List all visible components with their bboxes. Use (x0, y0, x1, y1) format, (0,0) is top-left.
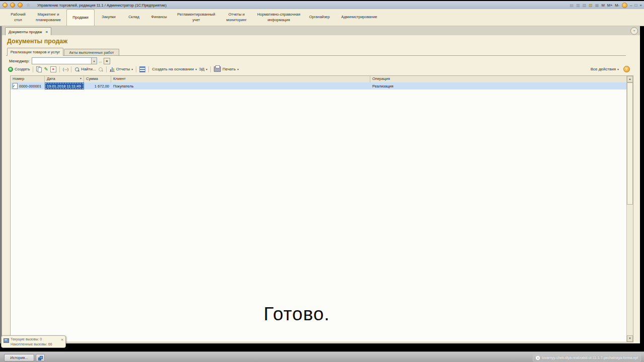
window-panel-icon[interactable]: ▦ (595, 3, 599, 8)
document-tab-label: Документы продаж (9, 30, 42, 34)
tab-goods-services-sales[interactable]: Реализации товаров и услуг (7, 48, 63, 56)
copy-icon[interactable] (36, 66, 42, 72)
page-title: Документы продаж (7, 38, 67, 45)
links-icon[interactable]: ▧ (583, 3, 587, 8)
memory-m-button[interactable]: M (601, 3, 604, 8)
reports-button[interactable]: Отчеты ▾ (110, 66, 133, 72)
section-tab-sales[interactable]: Продажи (66, 9, 95, 26)
calculator-icon[interactable]: ▥ (576, 3, 580, 8)
statusbar-file-item[interactable]: i tovarnyy-chek-dlya-realizatsii-ut-11-1… (533, 354, 641, 361)
column-header-sum[interactable]: Сумма (84, 76, 111, 82)
close-tab-icon[interactable]: × (46, 30, 48, 34)
window-right-edge (640, 26, 644, 351)
list-toolbar: + Создать ✎ × (↔) Найти... Отчеты ▾ (8, 65, 634, 73)
window-titlebar: 1С – ☆ Управление торговлей, редакция 11… (0, 1, 644, 10)
close-icon[interactable]: × (61, 337, 63, 343)
manager-select-button[interactable]: ... (99, 59, 102, 63)
cancel-search-icon[interactable] (98, 67, 103, 72)
section-ribbon: Рабочий стол Маркетинг и планирование Пр… (0, 9, 644, 26)
manager-filter-input[interactable]: ▾ (32, 57, 97, 64)
related-documents-icon[interactable] (139, 66, 145, 72)
table-row[interactable]: 0000-000001 19.01.2018 11:11:49 1 672,00… (11, 82, 626, 89)
section-tab-purchases[interactable]: Закупки (96, 9, 121, 26)
maximize-button[interactable]: □ (634, 3, 637, 8)
cell-date-selected[interactable]: 19.01.2018 11:11:49 (45, 82, 84, 89)
scroll-up-icon[interactable]: ▲ (627, 76, 633, 82)
section-tab-organizer[interactable]: Органайзер (305, 9, 334, 26)
section-tab-reports-monitoring[interactable]: Отчеты и мониторинг (221, 9, 252, 26)
document-tab-sales-documents[interactable]: Документы продаж × (5, 27, 51, 36)
app-menu-button[interactable]: 1С (3, 3, 8, 8)
create-button[interactable]: + Создать (8, 67, 30, 72)
calendar-icon[interactable]: ▤ (570, 3, 574, 8)
delete-icon[interactable]: × (50, 66, 56, 72)
section-tab-reference-info[interactable]: Нормативно-справочная информация (254, 9, 304, 26)
cell-sum[interactable]: 1 672,00 (84, 82, 111, 89)
cell-number[interactable]: 0000-000001 (11, 82, 45, 89)
section-tab-marketing[interactable]: Маркетинг и планирование (32, 9, 65, 26)
window-title: Управление торговлей, редакция 11.1 / Ад… (37, 3, 167, 8)
scroll-down-icon[interactable]: ▼ (627, 335, 633, 342)
documents-grid: Номер Дата ▼ Сумма Клиент Операция 0000-… (10, 75, 633, 342)
section-tab-regulated-accounting[interactable]: Регламентированный учет (173, 9, 219, 26)
close-button[interactable]: × (639, 3, 642, 8)
posted-document-icon (13, 83, 18, 89)
about-icon[interactable]: i (622, 3, 627, 8)
letterbox-band (0, 343, 644, 351)
bar-chart-icon (110, 66, 115, 72)
memory-mminus-button[interactable]: M- (615, 3, 619, 8)
section-tab-warehouse[interactable]: Склад (123, 9, 145, 26)
screen: 1С – ☆ Управление торговлей, редакция 11… (0, 0, 644, 362)
create-based-on-button[interactable]: Создать на основании ▾ (152, 67, 197, 71)
chevron-down-icon: ▾ (195, 67, 197, 71)
chevron-down-icon: ▾ (206, 67, 207, 71)
favorites-star-icon[interactable]: ☆ (26, 3, 30, 8)
history-button[interactable]: История... (4, 354, 34, 361)
chevron-down-icon[interactable]: ▾ (91, 58, 97, 64)
video-caption: Готово. (264, 304, 330, 325)
find-button[interactable]: Найти... (74, 67, 96, 72)
cubes-icon (38, 356, 42, 360)
document-tab-strip: Документы продаж × ⌄ (0, 26, 644, 36)
column-header-operation[interactable]: Операция (370, 76, 626, 82)
tab-completed-work-acts[interactable]: Акты выполненных работ (64, 49, 119, 56)
help-icon[interactable]: ? (623, 66, 630, 72)
vertical-scrollbar[interactable]: ▲ ▼ (626, 76, 633, 342)
cell-operation[interactable]: Реализация (370, 82, 626, 89)
file-name-label: tovarnyy-chek-dlya-realizatsii-ut-11-1-7… (542, 356, 638, 359)
open-folder-icon[interactable]: ▨ (589, 3, 593, 8)
manager-filter-row: Менеджер: ▾ ... × (9, 57, 110, 64)
chevron-down-icon: ▾ (237, 67, 238, 71)
set-period-icon[interactable]: (↔) (63, 67, 68, 71)
chevron-down-icon: ▾ (617, 67, 619, 71)
collapse-button[interactable]: – (10, 3, 15, 8)
section-tab-administration[interactable]: Администрирование (335, 9, 383, 26)
print-button[interactable]: Печать ▾ (214, 66, 238, 72)
scrollbar-thumb[interactable] (627, 82, 633, 205)
search-icon (74, 67, 79, 72)
accumulated-calls-text: Накопленные вызовы: 66 (11, 342, 63, 347)
printer-icon (214, 66, 221, 72)
section-tab-finance[interactable]: Финансы (146, 9, 172, 26)
sort-desc-icon: ▼ (79, 77, 82, 80)
ed-button[interactable]: ЭД ▾ (199, 67, 207, 71)
status-bar: История... i tovarnyy-chek-dlya-realizat… (0, 351, 644, 362)
all-actions-button[interactable]: Все действия ▾ (591, 67, 619, 71)
edit-pencil-icon[interactable]: ✎ (44, 66, 48, 72)
server-calls-icon (4, 338, 9, 343)
chevron-down-icon: ▾ (131, 67, 133, 71)
tab-list-button[interactable]: ⌄ (630, 27, 638, 35)
plus-icon: + (8, 67, 13, 72)
main-content: Документы продаж Реализации товаров и ус… (0, 35, 644, 343)
memory-mplus-button[interactable]: M+ (607, 3, 613, 8)
column-header-client[interactable]: Клиент (111, 76, 370, 82)
options-button[interactable] (18, 3, 23, 8)
minimize-button[interactable]: – (630, 3, 632, 8)
manager-clear-button[interactable]: × (104, 58, 110, 64)
services-button[interactable] (36, 354, 45, 361)
section-tab-desktop[interactable]: Рабочий стол (6, 9, 30, 26)
performance-calls-popup: Текущие вызовы: 0 Накопленные вызовы: 66… (1, 335, 66, 348)
column-header-number[interactable]: Номер (11, 76, 45, 82)
column-header-date[interactable]: Дата ▼ (45, 76, 84, 82)
cell-client[interactable]: Покупатель (111, 82, 370, 89)
